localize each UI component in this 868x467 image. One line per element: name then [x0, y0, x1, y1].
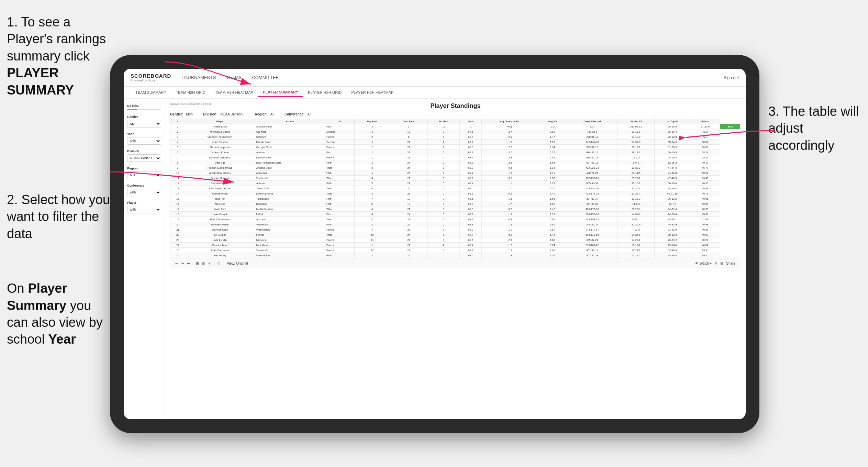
table-cell: -3.2 — [538, 124, 567, 129]
table-cell: 0 — [427, 212, 459, 217]
sub-player-h2h-grid[interactable]: PLAYER H2H GRID — [303, 88, 346, 97]
table-cell: 39.95 — [690, 248, 720, 253]
nav-teams[interactable]: TEAMS — [226, 74, 242, 81]
gender-label: Gender — [127, 115, 161, 119]
table-cell: Florida — [255, 232, 325, 237]
nav-committee[interactable]: COMMITTEE — [252, 74, 279, 81]
conference-select[interactable]: (All) — [127, 189, 161, 196]
table-row: 21Taehoon SongWashingtonFourth423169.3-1… — [170, 227, 741, 232]
bottom-toolbar: ↩ ↪ ⬅ ⊞ ⊟ ＋ ⏱ View: Original 👁 Watch ▾ ⬇… — [170, 258, 741, 268]
nav-tournaments[interactable]: TOURNAMENTS — [181, 74, 216, 81]
table-cell: 0 — [427, 176, 459, 181]
table-cell: Tiger Christensen — [185, 217, 255, 222]
table-cell: 2 — [427, 217, 459, 222]
redo-icon[interactable]: ↪ — [181, 261, 184, 266]
table-cell: -1.1 — [482, 181, 538, 186]
table-row: 3Michael ThorbjornsenStanfordFourth28168… — [170, 134, 741, 140]
table-cell: 1.41 — [538, 191, 567, 196]
table-cell: Fourth — [325, 155, 355, 160]
undo-icon[interactable]: ↩ — [175, 261, 178, 266]
col-reg-rank: Reg Rank — [355, 119, 390, 124]
table-cell: 2 — [427, 145, 459, 150]
table-cell: 616-168-22 — [567, 243, 617, 248]
table-cell: 0 — [427, 237, 459, 243]
app-nav: SCOREBOARD Powered by clippi TOURNAMENTS… — [124, 69, 746, 87]
table-cell: 3.07 — [567, 124, 617, 129]
nav-right: Sign out — [724, 75, 739, 80]
table-cell: 68.7 — [460, 134, 482, 140]
table-cell: 412-221-24 — [567, 165, 617, 170]
table-cell: 1 — [355, 140, 390, 145]
table-cell: -2.3 — [482, 237, 538, 243]
grid-icon[interactable]: ⊞ — [720, 261, 723, 266]
table-cell: 4 — [355, 227, 390, 232]
back-icon[interactable]: ⬅ — [187, 261, 190, 266]
table-cell: First — [325, 150, 355, 155]
share-label[interactable]: Share — [726, 262, 735, 265]
player-select[interactable]: (All) — [127, 206, 161, 213]
sidebar-gender: Gender Men — [127, 115, 161, 127]
table-cell: 1.92 — [538, 201, 567, 207]
sub-player-summary[interactable]: PLAYER SUMMARY — [258, 88, 303, 97]
player-label: Player — [127, 201, 161, 204]
table-cell: 2 — [427, 243, 459, 248]
table-cell: -0.8 — [482, 217, 538, 222]
table-cell: Washington — [255, 227, 325, 232]
table-cell: 21 — [390, 176, 428, 181]
table-cell: 10-10-0 — [617, 134, 655, 140]
region-select[interactable]: N/A — [127, 171, 161, 179]
table-cell: 24-45-1 — [655, 217, 690, 222]
table-cell: 440-26-6 — [567, 129, 617, 134]
watch-label[interactable]: 👁 Watch ▾ — [695, 262, 712, 265]
table-cell: 1 — [170, 124, 185, 129]
table-cell: 1.98 — [538, 140, 567, 145]
paste-icon[interactable]: ⊟ — [202, 261, 205, 266]
view-label[interactable]: View: Original — [227, 262, 248, 265]
table-cell: 1 — [355, 170, 390, 176]
table-cell: 19 — [390, 201, 428, 207]
table-cell: Michael Thorbjornsen — [185, 134, 255, 140]
table-cell: -0.5 — [482, 191, 538, 196]
slider[interactable] — [127, 109, 161, 110]
table-cell: Third — [325, 207, 355, 212]
step4-bold2: Year — [48, 332, 76, 346]
table-header-section: Update time: 27/03/2024 16:56:26 Player … — [170, 102, 741, 110]
table-cell: 28-12-7 — [617, 150, 655, 155]
table-cell: Fourth — [325, 243, 355, 248]
table-cell: -0.2 — [482, 207, 538, 212]
sub-team-h2h-grid[interactable]: TEAM H2H GRID — [171, 88, 210, 97]
table-cell: Luke Powell — [185, 212, 255, 217]
table-cell: Washington — [255, 253, 325, 258]
table-cell: 1.66 — [538, 196, 567, 201]
download-icon[interactable]: ⬇ — [714, 261, 717, 266]
division-select[interactable]: NCAA Division I — [127, 154, 161, 162]
sub-team-summary[interactable]: TEAM SUMMARY — [131, 88, 171, 97]
table-cell: 2 — [427, 222, 459, 227]
table-cell: 11-5-3 — [617, 201, 655, 207]
clock-icon[interactable]: ⏱ — [217, 262, 221, 266]
table-cell: 533-57-16 — [567, 145, 617, 150]
table-cell: Auburn — [255, 150, 325, 155]
sub-team-h2h-heatmap[interactable]: TEAM H2H HEATMAP — [210, 88, 258, 97]
tablet-device: SCOREBOARD Powered by clippi TOURNAMENTS… — [110, 55, 759, 433]
add-icon[interactable]: ＋ — [208, 261, 211, 266]
no-rds-label: No Rds. — [127, 104, 161, 108]
table-cell: 1.47 — [538, 134, 567, 140]
table-cell: -2.5 — [482, 145, 538, 150]
copy-icon[interactable]: ⊞ — [196, 261, 199, 266]
step2-text: 2. Select how you want to filter the dat… — [0, 102, 117, 246]
table-cell: 68.6 — [460, 237, 482, 243]
year-label: Year — [127, 132, 161, 136]
gender-select[interactable]: Men — [127, 120, 161, 127]
table-cell: 45.92 — [690, 170, 720, 176]
sign-out-link[interactable]: Sign out — [724, 75, 739, 80]
table-cell: 35-26-4 — [655, 253, 690, 258]
sub-player-h2h-heatmap[interactable]: PLAYER H2H HEATMAP — [346, 88, 398, 97]
table-cell: 40.27 — [690, 237, 720, 243]
table-cell: 38-46-4 — [655, 186, 690, 191]
year-select[interactable]: (All) — [127, 137, 161, 145]
table-cell: 68.3 — [460, 160, 482, 165]
table-cell: 20-26-1 — [617, 186, 655, 191]
table-cell: Vanderbilt — [255, 248, 325, 253]
sidebar-year: Year (All) — [127, 132, 161, 145]
